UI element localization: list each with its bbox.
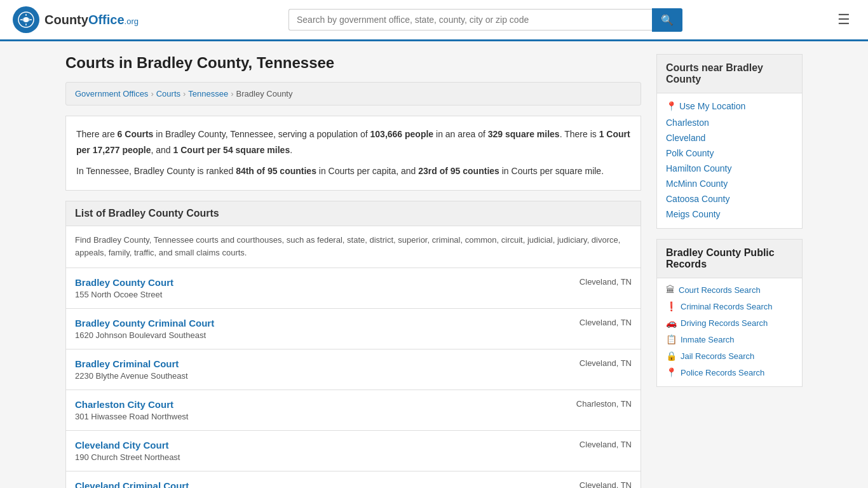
breadcrumb-current: Bradley County <box>236 89 293 98</box>
logo-text: CountyOffice.org <box>44 13 139 27</box>
court-item-4: Cleveland City Court 190 Church Street N… <box>65 431 641 471</box>
court-name-5[interactable]: Cleveland Criminal Court <box>75 480 189 488</box>
court-item-5: Cleveland Criminal Court 2230 Blythe Ave… <box>65 471 641 488</box>
nearby-cleveland: Cleveland <box>666 133 793 143</box>
nearby-polk: Polk County <box>666 148 793 158</box>
court-info-3: Charleston City Court 301 Hiwassee Road … <box>75 399 188 421</box>
search-area: 🔍 <box>288 8 682 32</box>
rank-capita: 84th of 95 counties <box>236 166 316 176</box>
inmate-search-icon: 📋 <box>666 334 677 344</box>
public-records-section: Bradley County Public Records 🏛 Court Re… <box>656 239 803 387</box>
population: 103,666 people <box>370 129 434 139</box>
driving-records-link[interactable]: Driving Records Search <box>681 318 768 328</box>
nearby-hamilton-link[interactable]: Hamilton County <box>666 163 732 173</box>
court-location-3: Charleston, TN <box>555 399 632 409</box>
jail-records-link[interactable]: Jail Records Search <box>681 351 754 361</box>
court-name-3[interactable]: Charleston City Court <box>75 399 173 410</box>
header: CountyOffice.org 🔍 ☰ <box>0 0 868 41</box>
breadcrumb-gov-offices[interactable]: Government Offices <box>75 89 148 98</box>
court-records-link[interactable]: Court Records Search <box>679 285 761 295</box>
court-address-3: 301 Hiwassee Road Northwest <box>75 412 188 421</box>
nearby-catoosa-link[interactable]: Catoosa County <box>666 194 729 204</box>
court-name-2[interactable]: Bradley Criminal Court <box>75 358 179 369</box>
court-address-1: 1620 Johnson Boulevard Southeast <box>75 330 214 340</box>
court-name-1[interactable]: Bradley County Criminal Court <box>75 318 214 329</box>
court-info-2: Bradley Criminal Court 2230 Blythe Avenu… <box>75 358 188 381</box>
police-records-icon: 📍 <box>666 367 677 377</box>
breadcrumb-sep-1: › <box>151 89 153 98</box>
record-criminal-search: ❗ Criminal Records Search <box>666 301 793 311</box>
page-title: Courts in Bradley County, Tennessee <box>65 54 641 72</box>
nearby-cleveland-link[interactable]: Cleveland <box>666 133 705 143</box>
driving-records-icon: 🚗 <box>666 318 677 328</box>
use-my-location-text: Use My Location <box>679 101 745 111</box>
courts-count: 6 Courts <box>118 129 154 139</box>
nearby-meigs: Meigs County <box>666 209 793 219</box>
nearby-polk-link[interactable]: Polk County <box>666 148 714 158</box>
nearby-courts-list: 📍 Use My Location Charleston Cleveland P… <box>657 93 802 228</box>
nearby-courts-header: Courts near Bradley County <box>657 55 802 93</box>
court-item-3: Charleston City Court 301 Hiwassee Road … <box>65 390 641 431</box>
court-name-4[interactable]: Cleveland City Court <box>75 440 169 451</box>
use-my-location-item: 📍 Use My Location <box>666 101 793 111</box>
sidebar: Courts near Bradley County 📍 Use My Loca… <box>656 54 803 488</box>
search-input[interactable] <box>288 9 652 30</box>
court-info-4: Cleveland City Court 190 Church Street N… <box>75 440 180 462</box>
nearby-mcminn-link[interactable]: McMinn County <box>666 179 728 189</box>
breadcrumb-tennessee[interactable]: Tennessee <box>188 89 228 98</box>
court-location-0: Cleveland, TN <box>555 277 632 287</box>
logo-org-suffix: .org <box>125 17 139 26</box>
public-records-header: Bradley County Public Records <box>657 240 802 278</box>
main-container: Courts in Bradley County, Tennessee Gove… <box>53 41 815 488</box>
rank-mile: 23rd of 95 counties <box>418 166 499 176</box>
nearby-meigs-link[interactable]: Meigs County <box>666 209 721 219</box>
police-records-link[interactable]: Police Records Search <box>681 368 764 377</box>
court-item-2: Bradley Criminal Court 2230 Blythe Avenu… <box>65 349 641 390</box>
nearby-courts-section: Courts near Bradley County 📍 Use My Loca… <box>656 54 803 229</box>
use-my-location-link[interactable]: 📍 Use My Location <box>666 101 793 111</box>
record-inmate-search: 📋 Inmate Search <box>666 334 793 344</box>
list-header-text: List of Bradley County Courts <box>75 208 219 219</box>
logo-county: County <box>44 13 88 27</box>
jail-records-icon: 🔒 <box>666 351 677 361</box>
nearby-mcminn: McMinn County <box>666 179 793 189</box>
record-court-search: 🏛 Court Records Search <box>666 285 793 295</box>
logo-office: Office <box>88 13 125 27</box>
court-info-5: Cleveland Criminal Court 2230 Blythe Ave… <box>75 480 189 488</box>
search-icon: 🔍 <box>661 15 674 25</box>
menu-button[interactable]: ☰ <box>832 9 855 30</box>
record-police-search: 📍 Police Records Search <box>666 367 793 377</box>
court-address-2: 2230 Blythe Avenue Southeast <box>75 371 188 381</box>
courts-description: Find Bradley County, Tennessee courts an… <box>65 226 641 269</box>
nearby-catoosa: Catoosa County <box>666 194 793 204</box>
stats-block: There are 6 Courts in Bradley County, Te… <box>65 116 641 191</box>
stats-paragraph-1: There are 6 Courts in Bradley County, Te… <box>76 126 630 158</box>
breadcrumb: Government Offices › Courts › Tennessee … <box>65 82 641 105</box>
court-item-0: Bradley County Court 155 North Ocoee Str… <box>65 268 641 309</box>
list-header: List of Bradley County Courts <box>65 201 641 226</box>
court-location-1: Cleveland, TN <box>555 318 632 327</box>
logo-icon <box>13 6 39 33</box>
svg-point-1 <box>24 17 29 22</box>
breadcrumb-sep-3: › <box>231 89 233 98</box>
criminal-records-link[interactable]: Criminal Records Search <box>681 302 773 311</box>
inmate-search-link[interactable]: Inmate Search <box>681 335 735 344</box>
court-records-icon: 🏛 <box>666 285 675 295</box>
record-driving-search: 🚗 Driving Records Search <box>666 318 793 328</box>
area: 329 square miles <box>488 129 560 139</box>
court-address-0: 155 North Ocoee Street <box>75 290 173 299</box>
court-info-1: Bradley County Criminal Court 1620 Johns… <box>75 318 214 340</box>
per-mile: 1 Court per 54 square miles <box>173 145 290 155</box>
breadcrumb-sep-2: › <box>183 89 186 98</box>
content-area: Courts in Bradley County, Tennessee Gove… <box>65 54 641 488</box>
courts-desc-text: Find Bradley County, Tennessee courts an… <box>75 235 620 258</box>
court-item-1: Bradley County Criminal Court 1620 Johns… <box>65 309 641 349</box>
court-location-4: Cleveland, TN <box>555 440 632 449</box>
location-pin-icon: 📍 <box>666 101 677 111</box>
nearby-charleston-link[interactable]: Charleston <box>666 118 709 128</box>
search-button[interactable]: 🔍 <box>652 8 682 32</box>
hamburger-icon: ☰ <box>837 11 850 27</box>
criminal-records-icon: ❗ <box>666 301 677 311</box>
court-name-0[interactable]: Bradley County Court <box>75 277 173 288</box>
breadcrumb-courts[interactable]: Courts <box>156 89 180 98</box>
